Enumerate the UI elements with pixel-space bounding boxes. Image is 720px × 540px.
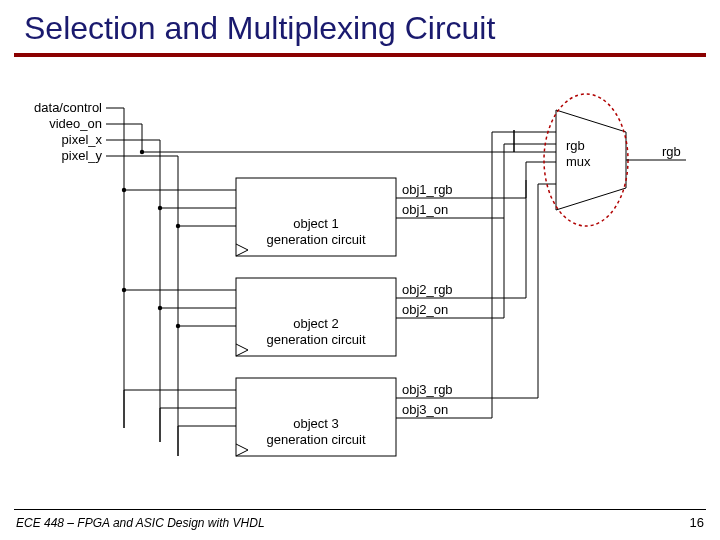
mux-label-line2: mux xyxy=(566,154,591,169)
block-obj1-line1: object 1 xyxy=(293,216,339,231)
svg-point-28 xyxy=(122,288,126,292)
footer-course: ECE 448 – FPGA and ASIC Design with VHDL xyxy=(16,516,265,530)
label-video-on: video_on xyxy=(49,116,102,131)
label-data-control: data/control xyxy=(34,100,102,115)
svg-point-26 xyxy=(158,206,162,210)
block-obj2-line1: object 2 xyxy=(293,316,339,331)
page-title: Selection and Multiplexing Circuit xyxy=(0,0,720,53)
block-obj2-line2: generation circuit xyxy=(267,332,366,347)
footer-page-number: 16 xyxy=(690,515,704,530)
diagram-canvas: data/control video_on pixel_x pixel_y ob… xyxy=(26,80,694,480)
label-obj2-on: obj2_on xyxy=(402,302,448,317)
mux-label-line1: rgb xyxy=(566,138,585,153)
label-obj1-on: obj1_on xyxy=(402,202,448,217)
svg-point-30 xyxy=(176,324,180,328)
label-obj2-rgb: obj2_rgb xyxy=(402,282,453,297)
footer-rule xyxy=(14,509,706,510)
block-obj1-line2: generation circuit xyxy=(267,232,366,247)
svg-point-25 xyxy=(122,188,126,192)
label-pixel-x: pixel_x xyxy=(62,132,103,147)
label-pixel-y: pixel_y xyxy=(62,148,103,163)
block-obj3-line2: generation circuit xyxy=(267,432,366,447)
svg-point-31 xyxy=(140,150,144,154)
svg-point-29 xyxy=(158,306,162,310)
title-underline xyxy=(14,53,706,57)
label-obj1-rgb: obj1_rgb xyxy=(402,182,453,197)
label-rgb-out: rgb xyxy=(662,144,681,159)
label-obj3-rgb: obj3_rgb xyxy=(402,382,453,397)
svg-point-27 xyxy=(176,224,180,228)
block-obj3-line1: object 3 xyxy=(293,416,339,431)
label-obj3-on: obj3_on xyxy=(402,402,448,417)
